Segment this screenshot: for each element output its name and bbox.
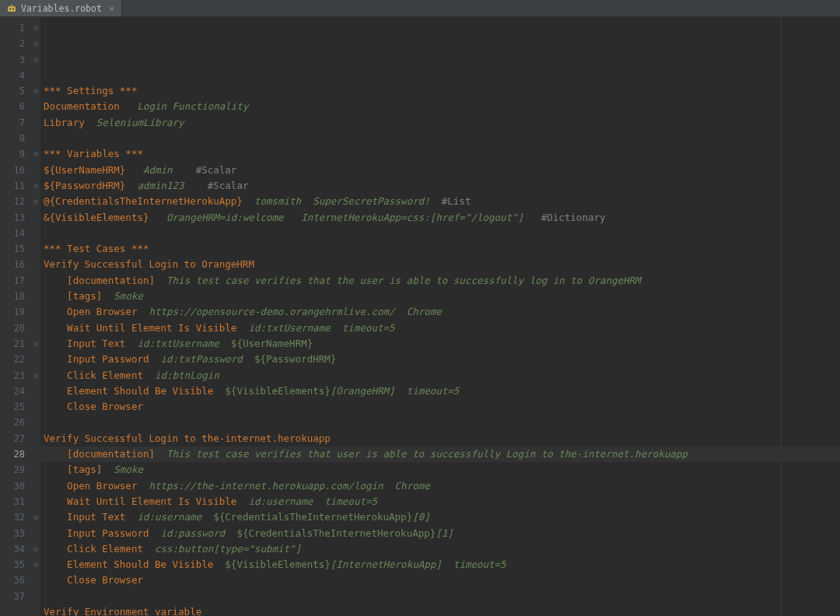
line-number: 21 [0,336,25,352]
code-token [125,511,137,523]
code-line[interactable] [44,226,840,241]
code-token: Login Functionality [137,100,248,112]
code-line[interactable]: [tags] Smoke [44,462,840,478]
code-token: [documentation] [67,275,155,286]
code-token: [1] [436,527,453,539]
code-token: Wait Until Element Is Visible [67,322,236,334]
code-token [137,480,149,492]
fold-marker[interactable]: ⊟ [31,194,40,209]
code-line[interactable]: Input Text id:username ${CredentialsTheI… [44,509,840,525]
fold-marker [31,415,40,430]
code-token: SuperSecretPassword! [313,195,430,207]
line-number: 9 [0,146,25,162]
code-line[interactable]: Click Element css:button[type="submit"] [44,541,840,557]
fold-marker[interactable]: ⊟ [31,541,40,557]
fold-marker [31,304,40,320]
code-line[interactable]: Input Text id:txtUsername ${UserNameHRM} [44,336,840,352]
line-number: 31 [0,494,25,509]
code-line[interactable]: *** Variables *** [44,146,840,162]
code-area[interactable]: *** Settings ***Documentation Login Func… [40,17,840,616]
tab-bar: Variables.robot × [0,0,840,17]
code-token [395,385,407,397]
fold-marker[interactable]: ⊟ [31,336,40,352]
code-token: https://the-internet.herokuapp.com/login [149,480,383,492]
code-token: Smoke [114,290,143,302]
code-line[interactable]: [documentation] This test case verifies … [44,446,840,462]
code-token [85,117,96,128]
code-token [149,527,160,539]
code-token: id:txtPassword [161,353,243,365]
code-line[interactable]: Wait Until Element Is Visible id:usernam… [44,494,840,509]
code-line[interactable]: Input Password id:txtPassword ${Password… [44,352,840,367]
code-line[interactable]: Close Browser [44,399,840,415]
line-number: 2 [0,36,25,51]
fold-marker[interactable]: ⊟ [31,36,40,51]
fold-marker [31,99,40,114]
fold-marker[interactable]: ⊟ [31,83,40,99]
fold-marker[interactable]: ⊟ [31,557,40,572]
code-token: Element Should Be Visible [67,558,213,570]
close-icon[interactable]: × [109,2,115,14]
code-token [44,448,67,460]
fold-marker[interactable]: ⊟ [31,509,40,525]
line-number-gutter: 1234567891011121314151617181920212223242… [0,17,31,616]
code-line[interactable]: Element Should Be Visible ${VisibleEleme… [44,557,840,572]
line-number: 35 [0,557,25,572]
code-token [201,511,213,523]
code-line[interactable]: *** Test Cases *** [44,241,840,257]
code-token [143,369,155,381]
line-number: 16 [0,257,25,272]
code-token [44,480,67,492]
code-token: *** Variables *** [44,148,143,159]
code-token: [tags] [67,290,102,302]
code-line[interactable]: Wait Until Element Is Visible id:txtUser… [44,320,840,336]
code-line[interactable]: Open Browser https://the-internet.heroku… [44,478,840,494]
code-line[interactable]: ${UserNameHRM} Admin #Scalar [44,163,840,178]
line-number: 27 [0,431,25,446]
code-line[interactable]: Library SeleniumLibrary [44,115,840,131]
tab-filename: Variables.robot [21,3,102,14]
code-line[interactable]: Element Should Be Visible ${VisibleEleme… [44,383,840,399]
code-line[interactable]: Verify Successful Login to OrangeHRM [44,257,840,272]
code-line[interactable]: @{CredentialsTheInternetHerokuApp} tomsm… [44,194,840,209]
code-line[interactable]: [tags] Smoke [44,289,840,304]
code-line[interactable] [44,589,840,604]
robot-file-icon [6,3,17,14]
editor-area[interactable]: 1234567891011121314151617181920212223242… [0,17,840,616]
fold-marker[interactable]: ⊟ [31,178,40,194]
fold-column[interactable]: ⊟⊟⊟⊟⊟⊟⊟⊟⊟⊟⊟⊟ [31,17,40,616]
code-line[interactable]: &{VisibleElements} OrangeHRM=id:welcome … [44,210,840,226]
code-line[interactable]: Close Browser [44,572,840,588]
code-token [284,212,302,223]
code-line[interactable]: Input Password id:password ${Credentials… [44,526,840,541]
code-line[interactable]: ${PasswordHRM} admin123 #Scalar [44,178,840,194]
code-line[interactable]: Verify Environment variable [44,604,840,616]
code-token [44,401,67,412]
file-tab[interactable]: Variables.robot × [0,0,122,16]
code-line[interactable]: [documentation] This test case verifies … [44,273,840,289]
code-line[interactable]: Verify Successful Login to the-internet.… [44,431,840,446]
fold-marker[interactable]: ⊟ [31,52,40,68]
line-number: 8 [0,131,25,146]
code-token [395,306,407,317]
code-line[interactable]: Click Element id:btnLogin [44,368,840,383]
code-token [44,322,67,334]
line-number: 15 [0,241,25,257]
fold-marker[interactable]: ⊟ [31,20,40,36]
code-line[interactable]: Open Browser https://opensource-demo.ora… [44,304,840,320]
fold-marker [31,226,40,241]
code-token: Input Text [67,338,125,349]
code-token [155,448,166,460]
fold-marker[interactable]: ⊟ [31,146,40,162]
fold-marker [31,399,40,415]
fold-marker [31,210,40,226]
code-line[interactable]: Documentation Login Functionality [44,99,840,114]
code-line[interactable] [44,415,840,430]
code-line[interactable] [44,131,840,146]
line-number: 11 [0,178,25,194]
code-token: Open Browser [67,480,137,492]
fold-marker[interactable]: ⊟ [31,368,40,383]
code-line[interactable]: *** Settings *** [44,83,840,99]
code-token: Input Text [67,511,125,523]
code-token [44,543,67,555]
